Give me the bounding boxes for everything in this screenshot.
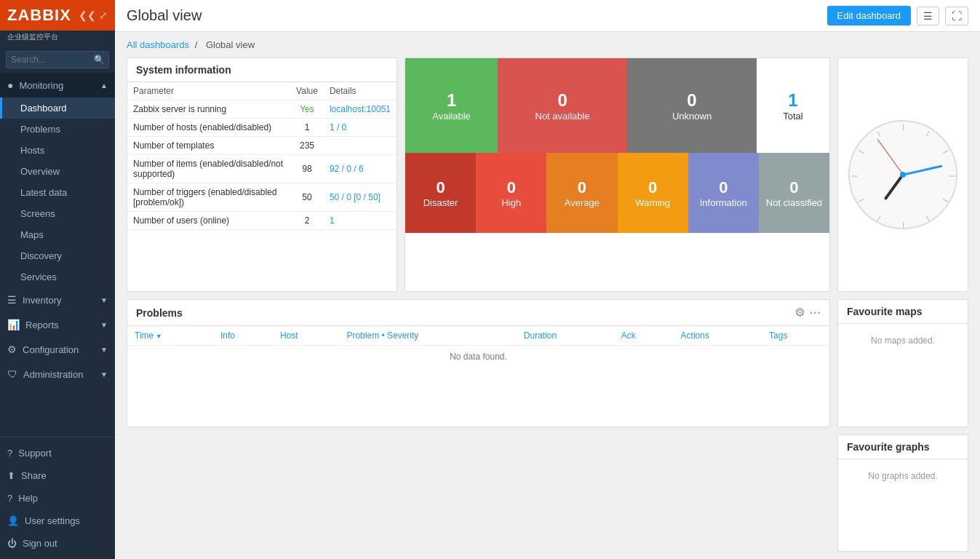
sign-out-item[interactable]: ⏻ Sign out xyxy=(0,532,115,555)
param-cell: Number of templates xyxy=(127,137,290,155)
value-cell: 98 xyxy=(290,155,324,183)
configuration-label: Configuration xyxy=(23,344,79,355)
support-item[interactable]: ? Support xyxy=(0,442,115,464)
value-cell: 50 xyxy=(290,183,324,212)
clock-face xyxy=(848,120,957,229)
sidebar-item-latest-data[interactable]: Latest data xyxy=(0,182,115,203)
screens-label: Screens xyxy=(20,208,55,219)
nav-bottom: ? Support ⬆ Share ? Help 👤 User settings… xyxy=(0,437,115,559)
help-icon: ? xyxy=(7,493,12,504)
breadcrumb-parent[interactable]: All dashboards xyxy=(127,39,189,50)
details-cell: 50 / 0 [0 / 50] xyxy=(324,183,397,212)
reports-label: Reports xyxy=(25,320,59,330)
inventory-label: Inventory xyxy=(23,295,61,306)
details-cell: 92 / 0 / 6 xyxy=(324,155,397,183)
col-tags: Tags xyxy=(762,326,829,346)
minute-hand xyxy=(903,165,942,176)
table-row: Zabbix server is runningYeslocalhost:100… xyxy=(127,100,397,119)
sidebar-item-dashboard[interactable]: Dashboard xyxy=(0,98,115,119)
table-row: Number of items (enabled/disabled/not su… xyxy=(127,155,397,183)
sidebar-item-problems[interactable]: Problems xyxy=(0,119,115,140)
content-area: All dashboards / Global view System info… xyxy=(115,32,980,559)
problems-settings-icon[interactable]: ⚙ xyxy=(794,306,805,320)
nav-section: ● Monitoring ▲ Dashboard Problems Hosts … xyxy=(0,73,115,437)
sev-label: High xyxy=(501,197,521,208)
problems-actions: ⚙ ⋯ xyxy=(794,306,821,320)
topbar: Global view Edit dashboard ☰ ⛶ xyxy=(115,0,980,32)
logo-area: ZABBIX ❮❮ ⤢ xyxy=(0,0,115,31)
sidebar: ZABBIX ❮❮ ⤢ 企业级监控平台 🔍 ● Monitoring ▲ Das… xyxy=(0,0,115,559)
param-cell: Number of hosts (enabled/disabled) xyxy=(127,119,290,137)
share-icon: ⬆ xyxy=(7,470,15,481)
sev-count: 0 xyxy=(789,178,798,197)
av-available-count: 1 xyxy=(447,90,456,111)
fav-graphs-title: Favourite graphs xyxy=(847,441,930,453)
sev-cell-warning: 0Warning xyxy=(618,153,688,233)
nav-monitoring[interactable]: ● Monitoring ▲ xyxy=(0,73,115,98)
nav-inventory[interactable]: ☰ Inventory ▼ xyxy=(0,288,115,312)
monitoring-arrow: ▲ xyxy=(100,82,108,90)
sev-label: Information xyxy=(700,197,747,208)
nav-configuration[interactable]: ⚙ Configuration ▼ xyxy=(0,337,115,362)
user-settings-label: User settings xyxy=(25,515,80,526)
sign-out-label: Sign out xyxy=(23,538,57,549)
sidebar-item-maps[interactable]: Maps xyxy=(0,224,115,245)
av-unknown-label: Unknown xyxy=(672,111,712,122)
nav-reports[interactable]: 📊 Reports ▼ xyxy=(0,312,115,337)
sysinfo-content: Parameter Value Details Zabbix server is… xyxy=(127,82,397,230)
topbar-menu-button[interactable]: ☰ xyxy=(917,7,939,25)
col-info: Info xyxy=(213,326,273,346)
support-label: Support xyxy=(18,448,52,459)
discovery-label: Discovery xyxy=(20,250,62,261)
table-row: No data found. xyxy=(127,346,829,368)
administration-arrow: ▼ xyxy=(100,370,108,378)
details-cell: 1 / 0 xyxy=(324,119,397,137)
problems-label: Problems xyxy=(20,124,60,135)
param-cell: Number of users (online) xyxy=(127,212,290,230)
fav-graphs-panel: Favourite graphs No graphs added. xyxy=(837,435,968,552)
value-cell: 1 xyxy=(290,119,324,137)
support-icon: ? xyxy=(7,448,12,459)
nav-administration[interactable]: 🛡 Administration ▼ xyxy=(0,362,115,386)
sysinfo-header: System information xyxy=(127,58,397,82)
sidebar-item-overview[interactable]: Overview xyxy=(0,161,115,182)
sev-label: Warning xyxy=(635,197,670,208)
help-item[interactable]: ? Help xyxy=(0,487,115,510)
user-settings-item[interactable]: 👤 User settings xyxy=(0,510,115,532)
user-icon: 👤 xyxy=(7,515,19,526)
expand-icon[interactable]: ⤢ xyxy=(99,9,108,21)
sidebar-item-hosts[interactable]: Hosts xyxy=(0,140,115,161)
av-notavail-label: Not available xyxy=(535,111,590,122)
sev-count: 0 xyxy=(719,178,728,197)
av-total-label: Total xyxy=(783,111,802,122)
sev-count: 0 xyxy=(436,178,445,197)
monitoring-label: Monitoring xyxy=(19,80,63,91)
sev-count: 0 xyxy=(578,178,586,197)
sev-cell-high: 0High xyxy=(476,153,546,233)
administration-icon: 🛡 xyxy=(7,368,17,380)
configuration-arrow: ▼ xyxy=(100,346,108,354)
av-total: 1 Total xyxy=(757,58,829,153)
collapse-icon[interactable]: ❮❮ xyxy=(79,9,96,21)
sidebar-item-services[interactable]: Services xyxy=(0,266,115,288)
sidebar-item-screens[interactable]: Screens xyxy=(0,203,115,224)
second-hand xyxy=(877,139,903,175)
maps-label: Maps xyxy=(20,229,44,240)
sev-cell-average: 0Average xyxy=(546,153,617,233)
value-cell: 235 xyxy=(290,137,324,155)
sev-count: 0 xyxy=(648,178,657,197)
breadcrumb: All dashboards / Global view xyxy=(127,39,968,50)
sev-label: Disaster xyxy=(423,197,458,208)
monitoring-icon: ● xyxy=(7,79,13,91)
clock-panel xyxy=(837,58,968,292)
problems-panel: Problems ⚙ ⋯ Time Info Host Problem • Se… xyxy=(127,299,830,427)
value-cell: Yes xyxy=(290,100,324,119)
share-item[interactable]: ⬆ Share xyxy=(0,464,115,487)
no-data-message: No data found. xyxy=(127,346,829,368)
edit-dashboard-button[interactable]: Edit dashboard xyxy=(827,6,911,25)
col-time[interactable]: Time xyxy=(127,326,213,346)
topbar-expand-button[interactable]: ⛶ xyxy=(945,7,968,25)
problems-more-icon[interactable]: ⋯ xyxy=(809,306,821,320)
sidebar-item-discovery[interactable]: Discovery xyxy=(0,245,115,266)
share-label: Share xyxy=(21,470,47,481)
